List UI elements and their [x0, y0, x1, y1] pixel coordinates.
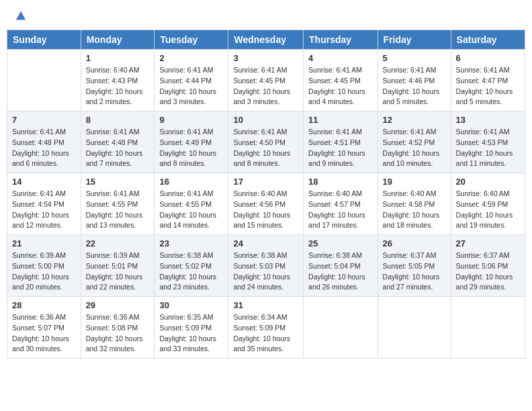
- day-info: Sunrise: 6:41 AM Sunset: 4:45 PM Dayligh…: [233, 65, 298, 107]
- calendar-cell: 7Sunrise: 6:41 AM Sunset: 4:48 PM Daylig…: [7, 111, 81, 173]
- day-info: Sunrise: 6:41 AM Sunset: 4:53 PM Dayligh…: [456, 127, 520, 169]
- day-number: 18: [308, 177, 373, 187]
- day-number: 10: [233, 115, 298, 125]
- day-info: Sunrise: 6:41 AM Sunset: 4:52 PM Dayligh…: [383, 127, 446, 169]
- calendar-week-row: 28Sunrise: 6:36 AM Sunset: 5:07 PM Dayli…: [7, 297, 525, 359]
- day-info: Sunrise: 6:41 AM Sunset: 4:55 PM Dayligh…: [86, 189, 150, 231]
- logo: [13, 10, 27, 19]
- page-header: [7, 7, 525, 23]
- day-info: Sunrise: 6:38 AM Sunset: 5:04 PM Dayligh…: [308, 250, 373, 293]
- calendar-cell: 3Sunrise: 6:41 AM Sunset: 4:45 PM Daylig…: [228, 50, 304, 111]
- calendar-cell: 14Sunrise: 6:41 AM Sunset: 4:54 PM Dayli…: [7, 173, 81, 235]
- col-header-tuesday: Tuesday: [154, 30, 228, 50]
- calendar-header-row: SundayMondayTuesdayWednesdayThursdayFrid…: [7, 30, 525, 50]
- day-info: Sunrise: 6:41 AM Sunset: 4:46 PM Dayligh…: [383, 65, 446, 107]
- calendar-cell: 10Sunrise: 6:41 AM Sunset: 4:50 PM Dayli…: [228, 111, 304, 173]
- day-number: 25: [308, 238, 373, 248]
- day-info: Sunrise: 6:37 AM Sunset: 5:05 PM Dayligh…: [383, 250, 446, 293]
- col-header-wednesday: Wednesday: [228, 30, 304, 50]
- calendar-cell: 1Sunrise: 6:40 AM Sunset: 4:43 PM Daylig…: [81, 50, 154, 111]
- col-header-saturday: Saturday: [451, 30, 525, 50]
- day-info: Sunrise: 6:40 AM Sunset: 4:58 PM Dayligh…: [383, 189, 446, 231]
- day-info: Sunrise: 6:36 AM Sunset: 5:08 PM Dayligh…: [86, 312, 150, 355]
- day-info: Sunrise: 6:40 AM Sunset: 4:59 PM Dayligh…: [456, 189, 520, 231]
- day-number: 11: [308, 115, 373, 125]
- day-info: Sunrise: 6:38 AM Sunset: 5:02 PM Dayligh…: [159, 250, 223, 293]
- calendar-cell: 2Sunrise: 6:41 AM Sunset: 4:44 PM Daylig…: [154, 50, 228, 111]
- calendar-cell: [304, 297, 378, 359]
- calendar-cell: 13Sunrise: 6:41 AM Sunset: 4:53 PM Dayli…: [451, 111, 525, 173]
- day-number: 8: [86, 115, 150, 125]
- day-info: Sunrise: 6:40 AM Sunset: 4:43 PM Dayligh…: [86, 65, 150, 107]
- svg-marker-0: [16, 11, 26, 20]
- day-info: Sunrise: 6:36 AM Sunset: 5:07 PM Dayligh…: [12, 312, 76, 355]
- day-number: 21: [12, 238, 76, 248]
- day-info: Sunrise: 6:41 AM Sunset: 4:48 PM Dayligh…: [12, 127, 76, 169]
- day-number: 28: [12, 300, 76, 310]
- calendar-table: SundayMondayTuesdayWednesdayThursdayFrid…: [7, 30, 525, 359]
- calendar-cell: 15Sunrise: 6:41 AM Sunset: 4:55 PM Dayli…: [81, 173, 154, 235]
- col-header-monday: Monday: [81, 30, 154, 50]
- day-info: Sunrise: 6:41 AM Sunset: 4:50 PM Dayligh…: [233, 127, 298, 169]
- day-number: 5: [383, 53, 446, 63]
- calendar-cell: 23Sunrise: 6:38 AM Sunset: 5:02 PM Dayli…: [154, 235, 228, 297]
- calendar-week-row: 7Sunrise: 6:41 AM Sunset: 4:48 PM Daylig…: [7, 111, 525, 173]
- day-info: Sunrise: 6:40 AM Sunset: 4:56 PM Dayligh…: [233, 189, 298, 231]
- day-info: Sunrise: 6:40 AM Sunset: 4:57 PM Dayligh…: [308, 189, 373, 231]
- col-header-friday: Friday: [378, 30, 451, 50]
- calendar-cell: 6Sunrise: 6:41 AM Sunset: 4:47 PM Daylig…: [451, 50, 525, 111]
- day-number: 13: [456, 115, 520, 125]
- calendar-cell: [451, 297, 525, 359]
- day-info: Sunrise: 6:37 AM Sunset: 5:06 PM Dayligh…: [456, 250, 520, 293]
- day-number: 1: [86, 53, 150, 63]
- calendar-cell: [378, 297, 451, 359]
- calendar-cell: 9Sunrise: 6:41 AM Sunset: 4:49 PM Daylig…: [154, 111, 228, 173]
- day-number: 20: [456, 177, 520, 187]
- calendar-cell: 22Sunrise: 6:39 AM Sunset: 5:01 PM Dayli…: [81, 235, 154, 297]
- day-info: Sunrise: 6:41 AM Sunset: 4:48 PM Dayligh…: [86, 127, 150, 169]
- day-info: Sunrise: 6:41 AM Sunset: 4:44 PM Dayligh…: [159, 65, 223, 107]
- calendar-cell: 12Sunrise: 6:41 AM Sunset: 4:52 PM Dayli…: [378, 111, 451, 173]
- day-number: 7: [12, 115, 76, 125]
- calendar-cell: 11Sunrise: 6:41 AM Sunset: 4:51 PM Dayli…: [304, 111, 378, 173]
- day-number: 23: [159, 238, 223, 248]
- day-info: Sunrise: 6:41 AM Sunset: 4:45 PM Dayligh…: [308, 65, 373, 107]
- day-number: 24: [233, 238, 298, 248]
- calendar-cell: [7, 50, 81, 111]
- day-info: Sunrise: 6:41 AM Sunset: 4:51 PM Dayligh…: [308, 127, 373, 169]
- calendar-cell: 27Sunrise: 6:37 AM Sunset: 5:06 PM Dayli…: [451, 235, 525, 297]
- day-number: 14: [12, 177, 76, 187]
- calendar-cell: 25Sunrise: 6:38 AM Sunset: 5:04 PM Dayli…: [304, 235, 378, 297]
- calendar-cell: 30Sunrise: 6:35 AM Sunset: 5:09 PM Dayli…: [154, 297, 228, 359]
- calendar-week-row: 21Sunrise: 6:39 AM Sunset: 5:00 PM Dayli…: [7, 235, 525, 297]
- day-number: 2: [159, 53, 223, 63]
- day-info: Sunrise: 6:41 AM Sunset: 4:47 PM Dayligh…: [456, 65, 520, 107]
- day-info: Sunrise: 6:38 AM Sunset: 5:03 PM Dayligh…: [233, 250, 298, 293]
- calendar-week-row: 14Sunrise: 6:41 AM Sunset: 4:54 PM Dayli…: [7, 173, 525, 235]
- day-number: 9: [159, 115, 223, 125]
- day-info: Sunrise: 6:41 AM Sunset: 4:49 PM Dayligh…: [159, 127, 223, 169]
- day-info: Sunrise: 6:34 AM Sunset: 5:09 PM Dayligh…: [233, 312, 298, 355]
- day-number: 19: [383, 177, 446, 187]
- calendar-cell: 24Sunrise: 6:38 AM Sunset: 5:03 PM Dayli…: [228, 235, 304, 297]
- day-number: 12: [383, 115, 446, 125]
- day-number: 22: [86, 238, 150, 248]
- calendar-cell: 4Sunrise: 6:41 AM Sunset: 4:45 PM Daylig…: [304, 50, 378, 111]
- calendar-cell: 28Sunrise: 6:36 AM Sunset: 5:07 PM Dayli…: [7, 297, 81, 359]
- calendar-cell: 17Sunrise: 6:40 AM Sunset: 4:56 PM Dayli…: [228, 173, 304, 235]
- logo-icon: [15, 10, 27, 22]
- day-number: 29: [86, 300, 150, 310]
- calendar-cell: 29Sunrise: 6:36 AM Sunset: 5:08 PM Dayli…: [81, 297, 154, 359]
- day-number: 15: [86, 177, 150, 187]
- calendar-cell: 8Sunrise: 6:41 AM Sunset: 4:48 PM Daylig…: [81, 111, 154, 173]
- day-info: Sunrise: 6:35 AM Sunset: 5:09 PM Dayligh…: [159, 312, 223, 355]
- calendar-cell: 21Sunrise: 6:39 AM Sunset: 5:00 PM Dayli…: [7, 235, 81, 297]
- calendar-cell: 16Sunrise: 6:41 AM Sunset: 4:55 PM Dayli…: [154, 173, 228, 235]
- day-number: 6: [456, 53, 520, 63]
- calendar-cell: 26Sunrise: 6:37 AM Sunset: 5:05 PM Dayli…: [378, 235, 451, 297]
- day-info: Sunrise: 6:41 AM Sunset: 4:55 PM Dayligh…: [159, 189, 223, 231]
- day-number: 17: [233, 177, 298, 187]
- col-header-sunday: Sunday: [7, 30, 81, 50]
- calendar-cell: 5Sunrise: 6:41 AM Sunset: 4:46 PM Daylig…: [378, 50, 451, 111]
- col-header-thursday: Thursday: [304, 30, 378, 50]
